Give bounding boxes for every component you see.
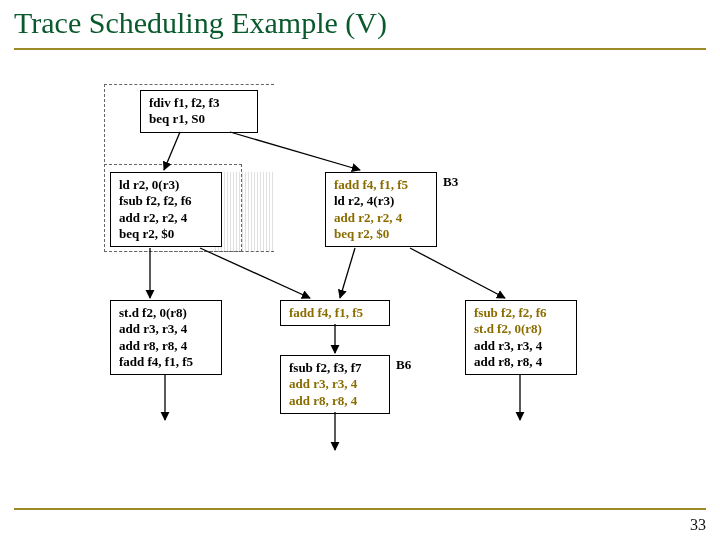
- diagram: fdiv f1, f2, f3 beq r1, S0 ld r2, 0(r3) …: [110, 90, 610, 480]
- b5-line1: fadd f4, f1, f5: [289, 305, 381, 321]
- b3-line4: beq r2, $0: [334, 226, 428, 242]
- block-b2: ld r2, 0(r3) fsub f2, f2, f6 add r2, r2,…: [110, 172, 222, 247]
- b6-line1: fsub f2, f3, f7: [289, 360, 381, 376]
- b3-line3: add r2, r2, 4: [334, 210, 428, 226]
- b2-line3: add r2, r2, 4: [119, 210, 213, 226]
- b3-line1: fadd f4, f1, f5: [334, 177, 428, 193]
- b7-line3: add r3, r3, 4: [474, 338, 568, 354]
- block-b3: fadd f4, f1, f5 ld r2, 4(r3) add r2, r2,…: [325, 172, 437, 247]
- b2-line1: ld r2, 0(r3): [119, 177, 213, 193]
- block-b7: fsub f2, f2, f6 st.d f2, 0(r8) add r3, r…: [465, 300, 577, 375]
- b6-line2: add r3, r3, 4: [289, 376, 381, 392]
- b2-line2: fsub f2, f2, f6: [119, 193, 213, 209]
- b3-line2: ld r2, 4(r3): [334, 193, 428, 209]
- b4-line3: add r8, r8, 4: [119, 338, 213, 354]
- b6-line3: add r8, r8, 4: [289, 393, 381, 409]
- label-b6: B6: [396, 357, 411, 373]
- b7-line2: st.d f2, 0(r8): [474, 321, 568, 337]
- hatch-fill: [215, 172, 275, 252]
- svg-line-4: [340, 248, 355, 298]
- divider-top: [14, 48, 706, 50]
- b1-line1: fdiv f1, f2, f3: [149, 95, 249, 111]
- divider-bottom: [14, 508, 706, 510]
- block-b6: fsub f2, f3, f7 add r3, r3, 4 add r8, r8…: [280, 355, 390, 414]
- b2-line4: beq r2, $0: [119, 226, 213, 242]
- b1-line2: beq r1, S0: [149, 111, 249, 127]
- block-b4: st.d f2, 0(r8) add r3, r3, 4 add r8, r8,…: [110, 300, 222, 375]
- b4-line2: add r3, r3, 4: [119, 321, 213, 337]
- block-b1: fdiv f1, f2, f3 beq r1, S0: [140, 90, 258, 133]
- b7-line4: add r8, r8, 4: [474, 354, 568, 370]
- svg-line-3: [200, 248, 310, 298]
- page-number: 33: [690, 516, 706, 534]
- b4-line4: fadd f4, f1, f5: [119, 354, 213, 370]
- page-title: Trace Scheduling Example (V): [14, 6, 387, 40]
- svg-line-5: [410, 248, 505, 298]
- b7-line1: fsub f2, f2, f6: [474, 305, 568, 321]
- label-b3: B3: [443, 174, 458, 190]
- b4-line1: st.d f2, 0(r8): [119, 305, 213, 321]
- block-b5: fadd f4, f1, f5: [280, 300, 390, 326]
